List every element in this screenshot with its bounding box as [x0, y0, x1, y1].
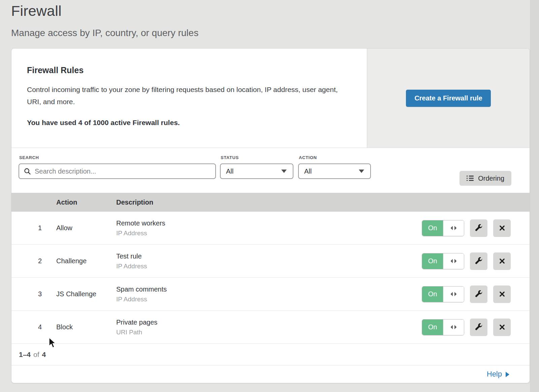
table-row: 2 Challenge Test rule IP Address On [11, 245, 530, 278]
ordering-button[interactable]: Ordering [459, 171, 511, 186]
drag-handle[interactable] [443, 320, 464, 335]
x-icon [498, 257, 506, 265]
x-icon [498, 224, 506, 232]
rule-description-cell: Remote workers IP Address [116, 219, 415, 237]
x-icon [498, 323, 506, 331]
wrench-icon [475, 323, 483, 331]
rule-priority: 4 [11, 323, 56, 331]
rule-description: Spam comments [116, 285, 415, 293]
left-right-arrows-icon [450, 225, 457, 231]
window-edge [530, 0, 539, 392]
rule-priority: 1 [11, 224, 56, 232]
card-heading: Firewall Rules [27, 65, 353, 75]
page-header: Firewall Manage access by IP, country, o… [11, 3, 198, 38]
search-label: SEARCH [19, 155, 216, 160]
pagination-of: of [33, 351, 39, 359]
edit-rule-button[interactable] [470, 252, 487, 270]
rule-description-cell: Spam comments IP Address [116, 285, 415, 303]
rule-controls: On [415, 319, 530, 336]
rule-action: JS Challenge [56, 290, 116, 298]
drag-handle[interactable] [443, 253, 464, 269]
status-selected-value: All [226, 168, 233, 175]
table-header: Action Description [11, 193, 530, 212]
action-select[interactable]: All [298, 163, 371, 179]
edit-rule-button[interactable] [470, 219, 487, 237]
rule-enabled-toggle[interactable]: On [422, 220, 464, 236]
table-row: 4 Block Private pages URI Path On [11, 311, 530, 344]
drag-handle[interactable] [443, 287, 464, 302]
search-filter-group: SEARCH [19, 155, 216, 179]
status-filter-group: STATUS All [220, 155, 293, 179]
rule-enabled-toggle[interactable]: On [422, 253, 464, 269]
pagination-total: 4 [42, 351, 46, 359]
status-select[interactable]: All [220, 163, 293, 179]
firewall-rules-card: Firewall Rules Control incoming traffic … [11, 48, 530, 383]
help-link[interactable]: Help [487, 370, 509, 379]
rule-action: Block [56, 323, 116, 331]
column-header-description: Description [116, 199, 415, 206]
list-icon [467, 175, 474, 181]
rule-description: Test rule [116, 252, 415, 260]
rule-controls: On [415, 285, 530, 303]
rule-controls: On [415, 219, 530, 237]
rule-action: Allow [56, 224, 116, 232]
left-right-arrows-icon [450, 292, 457, 297]
toggle-on-label: On [422, 220, 443, 236]
action-filter-group: ACTION All [298, 155, 371, 179]
search-icon [24, 168, 31, 175]
rule-priority: 3 [11, 290, 56, 298]
action-label: ACTION [299, 155, 371, 160]
firewall-page: Firewall Manage access by IP, country, o… [0, 0, 539, 392]
chevron-down-icon [359, 170, 364, 173]
left-right-arrows-icon [450, 325, 457, 330]
x-icon [498, 290, 506, 298]
search-input-wrapper [19, 163, 216, 179]
wrench-icon [475, 257, 483, 265]
left-right-arrows-icon [450, 259, 457, 264]
rule-enabled-toggle[interactable]: On [422, 319, 464, 335]
rule-priority: 2 [11, 257, 56, 265]
wrench-icon [475, 224, 483, 232]
pagination: 1–4 of 4 [11, 344, 530, 365]
toggle-on-label: On [422, 287, 443, 302]
rule-description-cell: Private pages URI Path [116, 319, 415, 336]
table-row: 1 Allow Remote workers IP Address On [11, 212, 530, 245]
rules-info: Firewall Rules Control incoming traffic … [11, 49, 367, 148]
page-title: Firewall [11, 3, 198, 19]
status-label: STATUS [221, 155, 293, 160]
delete-rule-button[interactable] [493, 219, 511, 237]
rule-description: Private pages [116, 319, 415, 326]
search-input[interactable] [34, 167, 211, 176]
rule-enabled-toggle[interactable]: On [422, 286, 464, 302]
wrench-icon [475, 290, 483, 298]
pagination-range: 1–4 [19, 351, 31, 359]
filters-bar: SEARCH STATUS All ACTION [11, 148, 530, 193]
page-subtitle: Manage access by IP, country, or query r… [11, 28, 198, 38]
action-selected-value: All [304, 168, 312, 175]
toggle-on-label: On [422, 320, 443, 335]
rule-description-cell: Test rule IP Address [116, 252, 415, 270]
help-link-label: Help [487, 370, 502, 379]
create-firewall-rule-button[interactable]: Create a Firewall rule [406, 90, 490, 107]
edit-rule-button[interactable] [470, 285, 487, 303]
delete-rule-button[interactable] [493, 285, 511, 303]
drag-handle[interactable] [443, 220, 464, 236]
create-rule-panel: Create a Firewall rule [367, 49, 530, 148]
table-row: 3 JS Challenge Spam comments IP Address … [11, 278, 530, 311]
edit-rule-button[interactable] [470, 319, 487, 336]
rule-match-type: IP Address [116, 263, 415, 270]
card-description: Control incoming traffic to your zone by… [27, 84, 347, 108]
rule-action: Challenge [56, 257, 116, 265]
ordering-button-label: Ordering [478, 175, 504, 182]
column-header-action: Action [56, 199, 116, 206]
rule-description: Remote workers [116, 219, 415, 227]
toggle-on-label: On [422, 253, 443, 269]
mouse-cursor [49, 337, 57, 349]
delete-rule-button[interactable] [493, 319, 511, 336]
card-footer: Help [11, 365, 530, 383]
chevron-down-icon [281, 170, 287, 173]
arrow-right-icon [506, 372, 509, 377]
usage-summary: You have used 4 of 1000 active Firewall … [27, 119, 353, 127]
delete-rule-button[interactable] [493, 252, 511, 270]
rule-controls: On [415, 252, 530, 270]
